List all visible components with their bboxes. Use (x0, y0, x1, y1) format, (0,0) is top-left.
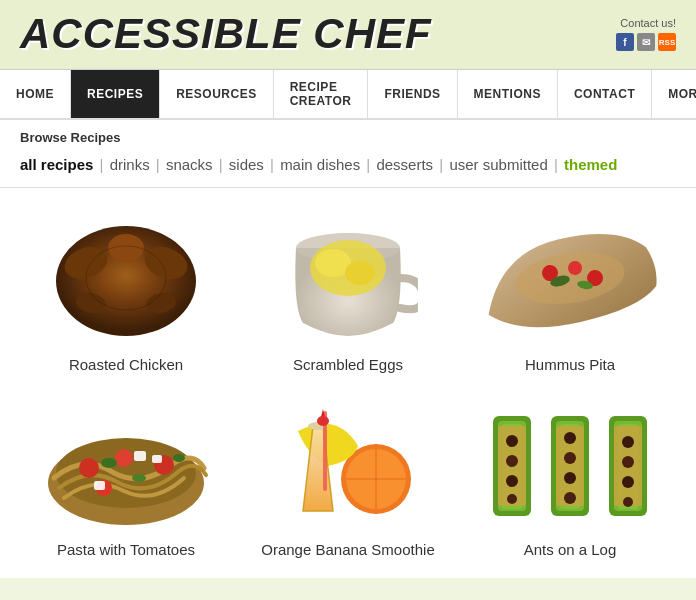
filter-sides[interactable]: sides (229, 156, 264, 173)
recipe-name-pita: Hummus Pita (525, 356, 615, 373)
recipe-item-ants-log[interactable]: Ants on a Log (464, 393, 676, 558)
main-nav: HOME RECIPES RESOURCES RECIPE CREATOR FR… (0, 70, 696, 120)
nav-item-friends[interactable]: FRIENDS (368, 70, 457, 118)
filter-desserts[interactable]: desserts (376, 156, 433, 173)
svg-point-27 (101, 458, 117, 468)
recipe-item-smoothie[interactable]: Orange Banana Smoothie (242, 393, 454, 558)
svg-rect-26 (94, 481, 105, 490)
chicken-svg (41, 213, 211, 343)
svg-point-11 (345, 261, 375, 285)
filter-main-dishes[interactable]: main dishes (280, 156, 360, 173)
recipe-name-log: Ants on a Log (524, 541, 617, 558)
contact-us-label: Contact us! (620, 17, 676, 29)
sep1: | (100, 156, 108, 173)
recipe-name-chicken: Roasted Chicken (69, 356, 183, 373)
svg-point-43 (506, 455, 518, 467)
svg-rect-24 (134, 451, 146, 461)
filter-user-submitted[interactable]: user submitted (449, 156, 547, 173)
browse-section: Browse Recipes all recipes | drinks | sn… (0, 120, 696, 188)
recipe-name-smoothie: Orange Banana Smoothie (261, 541, 434, 558)
recipe-image-eggs (253, 208, 443, 348)
recipe-item-scrambled-eggs[interactable]: Scrambled Eggs (242, 208, 454, 373)
rss-icon[interactable]: RSS (658, 33, 676, 51)
filter-themed[interactable]: themed (564, 156, 617, 173)
sep6: | (439, 156, 447, 173)
svg-point-50 (564, 432, 576, 444)
svg-point-59 (622, 456, 634, 468)
recipe-item-hummus-pita[interactable]: Hummus Pita (464, 208, 676, 373)
sep5: | (366, 156, 374, 173)
sep2: | (156, 156, 164, 173)
svg-point-37 (317, 416, 329, 426)
nav-item-resources[interactable]: RESOURCES (160, 70, 274, 118)
svg-point-60 (622, 476, 634, 488)
svg-point-61 (623, 497, 633, 507)
svg-point-29 (173, 454, 185, 462)
nav-item-home[interactable]: HOME (0, 70, 71, 118)
filter-snacks[interactable]: snacks (166, 156, 213, 173)
recipe-name-eggs: Scrambled Eggs (293, 356, 403, 373)
svg-point-42 (506, 435, 518, 447)
nav-item-mentions[interactable]: MENTIONS (458, 70, 558, 118)
header-right: Contact us! f ✉ RSS (616, 17, 676, 51)
recipe-image-log (475, 393, 665, 533)
pita-svg (475, 223, 665, 333)
email-icon[interactable]: ✉ (637, 33, 655, 51)
browse-title: Browse Recipes (20, 130, 676, 145)
filter-all-recipes[interactable]: all recipes (20, 156, 93, 173)
svg-point-44 (506, 475, 518, 487)
recipe-item-roasted-chicken[interactable]: Roasted Chicken (20, 208, 232, 373)
recipe-image-chicken (31, 208, 221, 348)
smoothie-svg (268, 393, 428, 533)
main-content: Browse Recipes all recipes | drinks | sn… (0, 120, 696, 578)
recipe-name-pasta: Pasta with Tomatoes (57, 541, 195, 558)
svg-point-58 (622, 436, 634, 448)
nav-item-recipe-creator[interactable]: RECIPE CREATOR (274, 70, 369, 118)
sep7: | (554, 156, 562, 173)
facebook-icon[interactable]: f (616, 33, 634, 51)
site-title: ACCESSIBLE CHEF (20, 10, 432, 58)
svg-point-53 (564, 492, 576, 504)
svg-point-20 (79, 458, 99, 478)
svg-point-28 (132, 474, 146, 482)
nav-item-recipes[interactable]: RECIPES (71, 70, 160, 118)
filter-drinks[interactable]: drinks (110, 156, 150, 173)
svg-point-52 (564, 472, 576, 484)
eggs-svg (278, 208, 418, 348)
nav-item-more[interactable]: MORE... (652, 70, 696, 118)
recipe-filters: all recipes | drinks | snacks | sides | … (20, 153, 676, 177)
svg-rect-25 (152, 455, 162, 463)
recipe-image-pita (475, 208, 665, 348)
nav-item-contact[interactable]: CONTACT (558, 70, 652, 118)
svg-point-45 (507, 494, 517, 504)
svg-point-51 (564, 452, 576, 464)
site-header: ACCESSIBLE CHEF Contact us! f ✉ RSS (0, 0, 696, 70)
recipe-item-pasta-tomatoes[interactable]: Pasta with Tomatoes (20, 393, 232, 558)
pasta-svg (34, 393, 219, 533)
sep3: | (219, 156, 227, 173)
svg-point-21 (115, 449, 133, 467)
sep4: | (270, 156, 278, 173)
recipe-image-pasta (31, 393, 221, 533)
log-svg (478, 406, 663, 521)
recipes-grid: Roasted Chicken (0, 188, 696, 578)
social-icons-group: f ✉ RSS (616, 33, 676, 51)
recipe-image-smoothie (253, 393, 443, 533)
